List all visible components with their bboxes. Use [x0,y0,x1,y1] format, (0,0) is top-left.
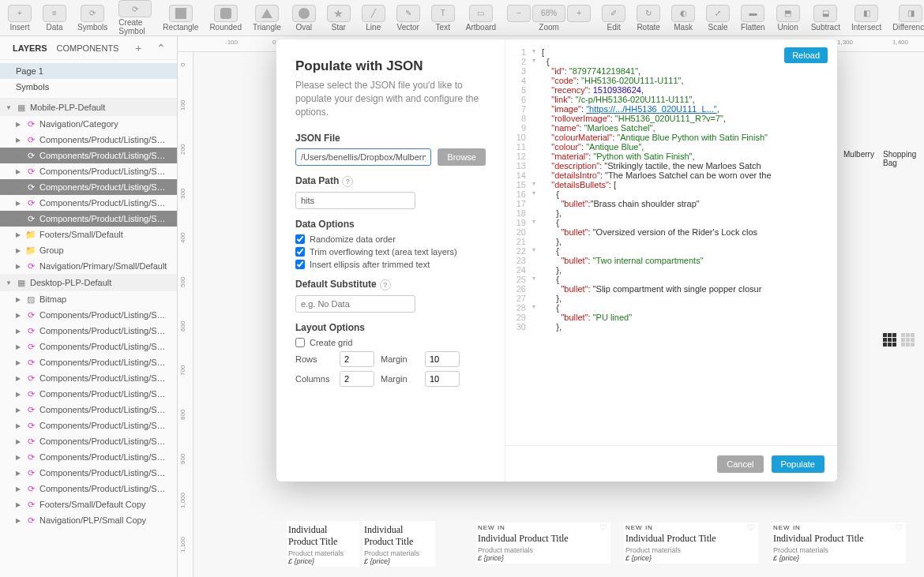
nav-preview: Mulberry Shopping Bag [837,147,924,162]
tool-edit[interactable]: ✐Edit [597,0,630,36]
layer-item[interactable]: ⟳Components/Product/Listing/Small C... [0,418,177,433]
tool-zoom[interactable]: −68%+Zoom [502,0,595,36]
checkbox-trim[interactable]: Trim overflowing text (area text layers) [295,247,486,257]
tool-mask[interactable]: ◐Mask [667,0,700,36]
tool-triangle[interactable]: Triangle [248,0,286,36]
checkbox-ellipsis[interactable]: Insert ellipsis after trimmed text [295,260,486,269]
product-materials: Product materials [773,546,904,554]
margin-input[interactable] [425,371,460,387]
tool-star[interactable]: ★Star [322,0,355,36]
tool-insert[interactable]: +Insert [3,0,36,36]
collapse-icon[interactable]: ⌃ [153,42,169,54]
help-icon[interactable]: ? [380,279,391,290]
layer-item[interactable]: ⟳Components/Product/Listing/Small C... [0,370,177,386]
tool-rectangle[interactable]: Rectangle [158,0,203,36]
tool-difference[interactable]: ◨Difference [888,0,924,36]
product-price: £ {price} [478,554,609,562]
page-item[interactable]: Symbols [0,79,177,95]
tool-union[interactable]: ⬒Union [772,0,805,36]
layer-item[interactable]: ⟳Components/Product/Listing/Small C... [0,148,177,163]
grid-icon-alt[interactable] [901,333,915,347]
json-file-input[interactable] [295,148,431,166]
layer-item[interactable]: ⟳Components/Product/Listing/Small [0,481,177,496]
code-line: 12 "material": "Python with Satin Finish… [509,152,837,161]
dialog-description: Please select the JSON file you'd like t… [295,79,486,118]
tool-vector[interactable]: ✎Vector [392,0,425,36]
layer-item[interactable]: ⟳Components/Product/Listing/Small C... [0,163,177,179]
heart-icon[interactable]: ♡ [747,523,755,533]
layer-item[interactable]: ⟳Components/Product/Listing/Small C... [0,323,177,339]
tool-subtract[interactable]: ⬓Subtract [806,0,845,36]
layer-item[interactable]: ⟳Components/Product/Listing/Small C... [0,354,177,370]
layer-item[interactable]: ⟳Components/Product/Listing/Small C... [0,195,177,211]
help-icon[interactable]: ? [342,176,353,187]
tool-data[interactable]: ≡Data [38,0,71,36]
tab-components[interactable]: COMPONENTS [52,43,124,53]
layer-item[interactable]: ⟳Components/Product/Listing/Small C... [0,449,177,465]
browse-button[interactable]: Browse [438,148,486,166]
new-in-badge: NEW IN [773,524,904,531]
code-line: 7 "image": "https://.../HH5136_020U111_L… [509,104,837,114]
layer-item[interactable]: ⟳Components/Product/Listing/Small C... [0,179,177,195]
columns-label: Columns [295,374,333,384]
columns-input[interactable] [340,371,374,387]
layer-item[interactable]: ⟳Navigation/Category [0,116,177,132]
checkbox-randomize[interactable]: Randomize data order [295,234,486,244]
layer-item[interactable]: ▨Bitmap [0,291,177,307]
new-in-badge: NEW IN [478,524,609,531]
layer-item[interactable]: ⟳Components/Product/Listing/Small C... [0,339,177,354]
tool-rotate[interactable]: ↻Rotate [632,0,665,36]
tool-oval[interactable]: Oval [287,0,321,36]
code-line: 24 }, [509,265,837,275]
code-line: 6 "link": "/c-p/HH5136-020U111-U111", [509,95,837,104]
tool-scale[interactable]: ⤢Scale [701,0,734,36]
tool-rounded[interactable]: Rounded [205,0,246,36]
layer-item[interactable]: ⟳Navigation/PLP/Small Copy [0,512,177,528]
populate-button[interactable]: Populate [772,455,824,473]
layer-item[interactable]: 📁Footers/Small/Default [0,227,177,242]
tool-line[interactable]: ╱Line [357,0,390,36]
json-code-view[interactable]: 1▾[2▾ {3 "id": "8797741219841",4 "code":… [505,47,837,445]
code-line: 8 "rolloverImage": "HH5136_020U111_R?v=7… [509,114,837,123]
layer-item[interactable]: ⟳Components/Product/Listing/Small C... [0,402,177,418]
layer-item[interactable]: ⟳Components/Product/Listing/Small C... [0,307,177,323]
tool-artboard[interactable]: ▭Artboard [461,0,501,36]
grid-view-toggle[interactable] [883,333,915,347]
code-line: 2▾ { [509,57,837,66]
tool-create-symbol[interactable]: ⟳Create Symbol [114,0,156,36]
rows-input[interactable] [340,351,374,367]
layer-item[interactable]: ⟳Components/Product/Listing/Small [0,211,177,227]
tool-text[interactable]: TText [426,0,460,36]
layer-item[interactable]: 📁Group [0,242,177,258]
layer-group-header[interactable]: ▦Desktop-PLP-Default [0,274,177,291]
code-line: 26 "bullet": "Slip compartment with sing… [509,284,837,294]
page-item[interactable]: Page 1 [0,63,177,79]
margin-input[interactable] [425,351,460,367]
code-line: 13 "description": "Strikingly tactile, t… [509,161,837,170]
layer-item[interactable]: ⟳Components/Product/Listing/Small C... [0,386,177,402]
dialog-title: Populate with JSON [295,58,486,74]
grid-icon[interactable] [883,333,896,347]
tab-layers[interactable]: LAYERS [8,43,52,53]
data-path-input[interactable] [295,192,415,209]
layer-item[interactable]: ⟳Navigation/Primary/Small/Default [0,258,177,274]
layer-group-header[interactable]: ▦Mobile-PLP-Default [0,99,177,116]
substitute-input[interactable] [295,295,415,313]
layer-item[interactable]: ⟳Components/Product/Listing/Small C... [0,433,177,449]
add-page-icon[interactable]: + [132,42,145,54]
tool-flatten[interactable]: ▬Flatten [736,0,770,36]
cancel-button[interactable]: Cancel [717,455,763,473]
layer-item[interactable]: ⟳Footers/Small/Default Copy [0,496,177,512]
heart-icon[interactable]: ♡ [895,523,903,533]
section-data-path: Data Path? [295,175,486,187]
code-line: 30 }, [509,322,837,332]
code-line: 10 "colourMaterial": "Antique Blue Pytho… [509,133,837,142]
layer-item[interactable]: ⟳Components/Product/Listing/Small C... [0,132,177,148]
ruler-vertical: 01002003004005006007008009001,0001,100 [178,52,193,577]
layer-item[interactable]: ⟳Components/Product/Listing/Small C... [0,465,177,481]
tool-symbols[interactable]: ⟳Symbols [73,0,112,36]
code-line: 11 "colour": "Antique Blue", [509,142,837,152]
checkbox-create-grid[interactable]: Create grid [295,338,486,347]
heart-icon[interactable]: ♡ [599,523,607,533]
tool-intersect[interactable]: ◧Intersect [847,0,886,36]
